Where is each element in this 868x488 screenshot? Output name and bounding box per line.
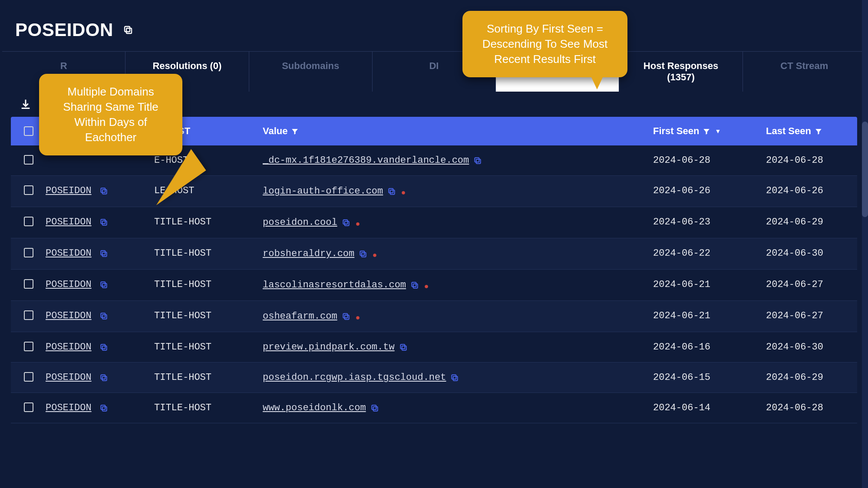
filter-icon[interactable] bbox=[815, 125, 822, 137]
row-checkbox[interactable] bbox=[24, 248, 33, 257]
row-last-seen: 2024-06-28 bbox=[766, 155, 844, 166]
table-row: POSEIDONLE-HOSTlogin-auth-office.com2024… bbox=[11, 176, 857, 207]
copy-icon[interactable] bbox=[99, 280, 108, 289]
copy-icon[interactable] bbox=[450, 373, 459, 382]
row-title-link[interactable]: POSEIDON bbox=[46, 402, 92, 413]
row-checkbox[interactable] bbox=[24, 372, 33, 382]
copy-icon[interactable] bbox=[99, 343, 108, 352]
scrollbar-track[interactable] bbox=[862, 0, 868, 488]
row-checkbox[interactable] bbox=[24, 310, 33, 320]
tab-label: R bbox=[60, 60, 67, 71]
copy-icon[interactable] bbox=[342, 312, 350, 321]
row-title-link[interactable]: POSEIDON bbox=[46, 372, 92, 383]
table-row: POSEIDONTITLE-HOSTposeidon.cool2024-06-2… bbox=[11, 207, 857, 238]
svg-rect-0 bbox=[126, 28, 132, 33]
svg-rect-37 bbox=[102, 406, 106, 411]
svg-rect-31 bbox=[402, 346, 406, 350]
copy-icon[interactable] bbox=[99, 249, 108, 258]
svg-rect-21 bbox=[413, 284, 418, 288]
row-value-link[interactable]: poseidon.rcgwp.iasp.tgscloud.net bbox=[263, 372, 446, 383]
row-type: TITLE-HOST bbox=[154, 310, 263, 321]
row-type: TITLE-HOST bbox=[154, 402, 263, 413]
copy-icon[interactable] bbox=[99, 187, 108, 195]
copy-icon[interactable] bbox=[99, 404, 108, 412]
tab-label: CT Stream bbox=[780, 60, 828, 71]
copy-icon[interactable] bbox=[473, 156, 482, 165]
row-title-link[interactable]: POSEIDON bbox=[46, 217, 92, 228]
copy-icon[interactable] bbox=[399, 343, 408, 352]
svg-rect-22 bbox=[412, 282, 416, 287]
callout-tail bbox=[591, 76, 603, 89]
row-title-link[interactable]: POSEIDON bbox=[46, 279, 92, 290]
svg-rect-34 bbox=[101, 375, 105, 379]
row-value-link[interactable]: poseidon.cool bbox=[263, 217, 337, 228]
row-value-link[interactable]: login-auth-office.com bbox=[263, 186, 383, 197]
table-row: POSEIDONTITLE-HOSTpreview.pindpark.com.t… bbox=[11, 332, 857, 363]
row-type: TITLE-HOST bbox=[154, 342, 263, 353]
row-last-seen: 2024-06-27 bbox=[766, 310, 844, 321]
row-value-link[interactable]: _dc-mx.1f181e276389.vanderlancle.com bbox=[263, 155, 469, 166]
download-icon[interactable] bbox=[20, 100, 32, 107]
copy-icon[interactable] bbox=[99, 373, 108, 382]
row-last-seen: 2024-06-27 bbox=[766, 279, 844, 290]
copy-icon[interactable] bbox=[99, 218, 108, 227]
svg-rect-39 bbox=[373, 406, 377, 411]
row-checkbox[interactable] bbox=[24, 402, 33, 412]
tab-5[interactable]: Host Responses (1357) bbox=[619, 52, 743, 92]
copy-icon[interactable] bbox=[370, 404, 379, 412]
copy-icon[interactable] bbox=[410, 281, 419, 290]
table-row: POSEIDONTITLE-HOSTosheafarm.com2024-06-2… bbox=[11, 301, 857, 332]
copy-icon[interactable] bbox=[342, 218, 350, 227]
svg-rect-3 bbox=[475, 158, 479, 162]
copy-icon[interactable] bbox=[359, 250, 367, 258]
column-value-label: Value bbox=[263, 125, 287, 137]
row-checkbox[interactable] bbox=[24, 217, 33, 226]
row-value-link[interactable]: robsheraldry.com bbox=[263, 248, 354, 259]
filter-icon[interactable] bbox=[291, 125, 299, 137]
warning-icon bbox=[399, 188, 407, 197]
copy-icon[interactable] bbox=[387, 187, 396, 196]
svg-rect-5 bbox=[101, 188, 105, 192]
row-value-link[interactable]: preview.pindpark.com.tw bbox=[263, 342, 395, 353]
filter-icon[interactable] bbox=[703, 125, 710, 137]
copy-icon[interactable] bbox=[99, 312, 108, 320]
row-title-link[interactable]: POSEIDON bbox=[46, 248, 92, 259]
row-title-link[interactable]: POSEIDON bbox=[46, 342, 92, 353]
table-row: POSEIDONTITLE-HOSTrobsheraldry.com2024-0… bbox=[11, 238, 857, 270]
row-title-link[interactable]: POSEIDON bbox=[46, 185, 92, 196]
row-last-seen: 2024-06-30 bbox=[766, 248, 844, 259]
svg-point-23 bbox=[425, 285, 428, 289]
row-checkbox[interactable] bbox=[24, 279, 33, 289]
tab-6[interactable]: CT Stream bbox=[743, 52, 866, 92]
row-first-seen: 2024-06-23 bbox=[653, 217, 766, 228]
svg-rect-14 bbox=[102, 252, 106, 256]
select-all-checkbox[interactable] bbox=[24, 126, 33, 136]
row-title-link[interactable]: POSEIDON bbox=[46, 310, 92, 321]
row-first-seen: 2024-06-14 bbox=[653, 402, 766, 413]
row-type: TITLE-HOST bbox=[154, 279, 263, 290]
row-first-seen: 2024-06-28 bbox=[653, 155, 766, 166]
svg-point-28 bbox=[356, 317, 360, 320]
svg-rect-36 bbox=[452, 375, 456, 379]
row-value-link[interactable]: osheafarm.com bbox=[263, 311, 337, 322]
svg-rect-29 bbox=[102, 346, 106, 350]
column-header-value[interactable]: Value bbox=[263, 125, 653, 137]
svg-point-13 bbox=[356, 223, 360, 226]
copy-icon[interactable] bbox=[123, 25, 133, 35]
column-last-seen-label: Last Seen bbox=[766, 125, 811, 137]
sort-descending-icon[interactable]: ▼ bbox=[715, 128, 721, 135]
callout-domains: Multiple Domains Sharing Same Title With… bbox=[39, 74, 182, 155]
row-last-seen: 2024-06-30 bbox=[766, 342, 844, 353]
row-checkbox[interactable] bbox=[24, 185, 33, 195]
column-header-last-seen[interactable]: Last Seen bbox=[766, 125, 844, 137]
svg-rect-4 bbox=[102, 189, 106, 194]
column-header-first-seen[interactable]: First Seen ▼ bbox=[653, 125, 766, 137]
scrollbar-thumb[interactable] bbox=[862, 122, 868, 217]
tab-2[interactable]: Subdomains bbox=[249, 52, 373, 92]
row-checkbox[interactable] bbox=[24, 155, 33, 165]
row-value-link[interactable]: www.poseidonlk.com bbox=[263, 402, 366, 413]
row-checkbox[interactable] bbox=[24, 342, 33, 351]
row-value-link[interactable]: lascolinasresortdalas.com bbox=[263, 280, 406, 290]
svg-point-18 bbox=[373, 254, 376, 257]
row-last-seen: 2024-06-29 bbox=[766, 372, 844, 383]
